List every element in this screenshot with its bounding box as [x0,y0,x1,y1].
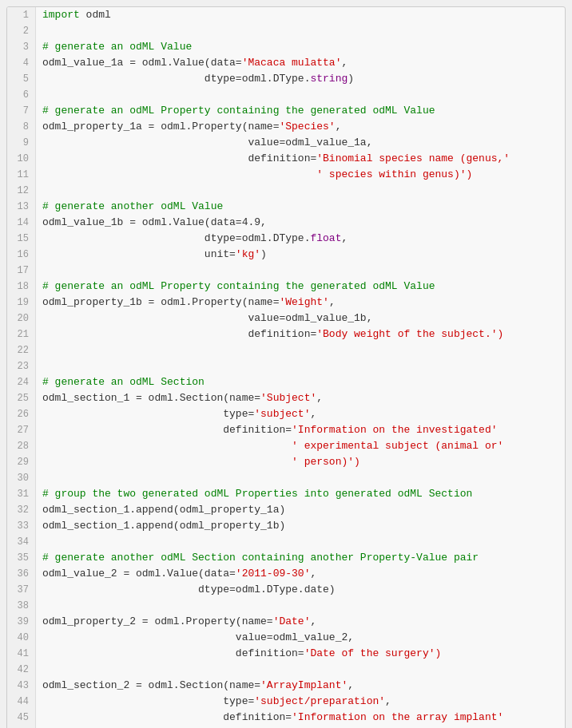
code-line: 24# generate an odML Section [7,374,565,390]
line-content: odml_section_1.append(odml_property_1b) [36,518,565,534]
line-content: unit='kg') [36,247,565,263]
code-line: 16 unit='kg') [7,247,565,263]
code-line: 41 definition='Date of the surgery') [7,646,565,662]
line-number: 14 [7,215,36,231]
line-number: 21 [7,326,36,342]
line-content: odml_value_1a = odml.Value(data='Macaca … [36,55,565,71]
line-number: 16 [7,247,36,263]
line-content: value=odml_value_1b, [36,311,565,326]
code-line: 26 type='subject', [7,406,565,422]
line-number: 27 [7,422,36,438]
code-line: 39odml_property_2 = odml.Property(name='… [7,614,565,630]
code-line: 34 [7,534,565,550]
line-content: dtype=odml.DType.date) [36,582,565,598]
code-line: 21 definition='Body weight of the subjec… [7,326,565,342]
line-number: 26 [7,406,36,422]
line-content: dtype=odml.DType.string) [36,71,565,87]
line-content [36,183,565,199]
line-number: 44 [7,694,36,710]
code-line: 2 [7,23,565,39]
line-content: # generate an odML Section [36,374,565,390]
line-number: 20 [7,311,36,326]
line-content: odml_property_1b = odml.Property(name='W… [36,295,565,311]
code-line: 37 dtype=odml.DType.date) [7,582,565,598]
code-line: 45 definition='Information on the array … [7,710,565,726]
code-line: 31# group the two generated odML Propert… [7,486,565,502]
line-number: 10 [7,151,36,167]
code-line: 17 [7,263,565,279]
code-line: 5 dtype=odml.DType.string) [7,71,565,87]
code-editor: 1import odml2 3# generate an odML Value4… [6,6,566,728]
line-number: 22 [7,342,36,358]
code-line: 7# generate an odML Property containing … [7,103,565,119]
line-content: odml_section_1 = odml.Section(name='Subj… [36,390,565,406]
line-content: value=odml_value_1a, [36,135,565,151]
code-line: 12 [7,183,565,199]
code-line: 22 [7,342,565,358]
line-number: 34 [7,534,36,550]
line-number: 7 [7,103,36,119]
code-line: 11 ' species within genus)') [7,167,565,183]
line-content: value=odml_value_2, [36,630,565,646]
code-line: 4odml_value_1a = odml.Value(data='Macaca… [7,55,565,71]
code-line: 36odml_value_2 = odml.Value(data='2011-0… [7,566,565,582]
code-line: 15 dtype=odml.DType.float, [7,231,565,247]
line-number: 13 [7,199,36,215]
line-number: 43 [7,678,36,694]
line-number: 31 [7,486,36,502]
line-content: ' species within genus)') [36,167,565,183]
line-number: 25 [7,390,36,406]
code-line: 23 [7,358,565,374]
line-content: import odml [36,7,565,23]
line-number: 38 [7,598,36,614]
line-number: 19 [7,295,36,311]
line-number: 24 [7,374,36,390]
line-content: # generate an odML Property containing t… [36,103,565,119]
line-number: 17 [7,263,36,279]
line-content: odml_property_1a = odml.Property(name='S… [36,119,565,135]
line-content [36,23,565,39]
line-content: # generate an odML Property containing t… [36,279,565,295]
code-line: 42 [7,662,565,678]
line-content: ' person)') [36,454,565,470]
code-line: 18# generate an odML Property containing… [7,279,565,295]
code-line: 10 definition='Binomial species name (ge… [7,151,565,167]
line-number: 2 [7,23,36,39]
line-number: 4 [7,55,36,71]
line-number: 11 [7,167,36,183]
line-number: 37 [7,582,36,598]
code-line: 19odml_property_1b = odml.Property(name=… [7,295,565,311]
line-number: 15 [7,231,36,247]
code-line: 8odml_property_1a = odml.Property(name='… [7,119,565,135]
code-line: 6 [7,87,565,103]
code-line: 29 ' person)') [7,454,565,470]
line-content: type='subject/preparation', [36,694,565,710]
code-line: 13# generate another odML Value [7,199,565,215]
code-line: 33odml_section_1.append(odml_property_1b… [7,518,565,534]
line-number: 39 [7,614,36,630]
line-content [36,263,565,279]
line-content [36,470,565,486]
line-number: 40 [7,630,36,646]
line-content: # generate an odML Value [36,39,565,55]
line-number: 3 [7,39,36,55]
line-number: 36 [7,566,36,582]
line-content: definition='Information on the investiga… [36,422,565,438]
line-content: odml_section_1.append(odml_property_1a) [36,502,565,518]
code-line: 1import odml [7,7,565,23]
line-content: # generate another odML Section containi… [36,550,565,566]
line-content: dtype=odml.DType.float, [36,231,565,247]
line-number: 45 [7,710,36,726]
line-content: definition='Information on the array imp… [36,710,565,726]
line-content: odml_value_1b = odml.Value(data=4.9, [36,215,565,231]
code-line: 38 [7,598,565,614]
line-number: 18 [7,279,36,295]
line-number: 32 [7,502,36,518]
code-line: 28 ' experimental subject (animal or' [7,438,565,454]
line-content [36,662,565,678]
code-line: 35# generate another odML Section contai… [7,550,565,566]
line-content [36,87,565,103]
line-content: odml_property_2 = odml.Property(name='Da… [36,614,565,630]
code-line: 32odml_section_1.append(odml_property_1a… [7,502,565,518]
line-number: 29 [7,454,36,470]
